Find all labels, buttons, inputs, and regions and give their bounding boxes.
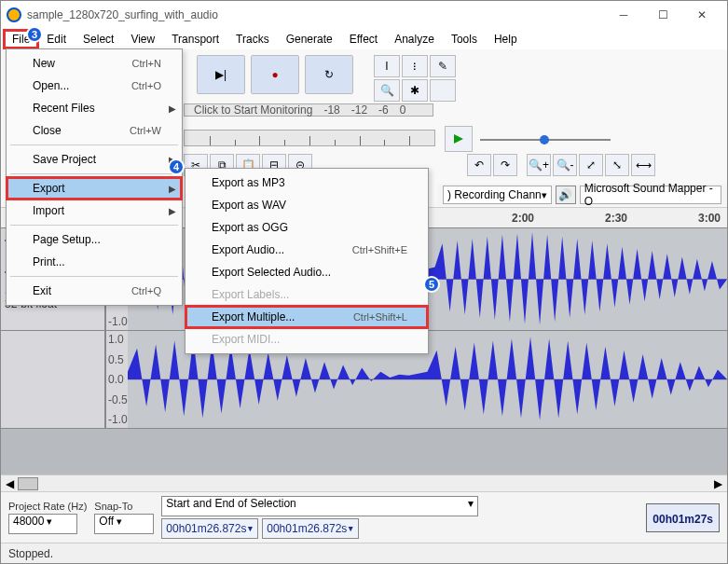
export-menu-item[interactable]: Export as MP3	[185, 172, 428, 194]
selection-end-time[interactable]: 00h01m26.872s▾	[262, 518, 359, 539]
play-button[interactable]	[445, 126, 473, 152]
menu-help[interactable]: Help	[487, 31, 525, 48]
export-menu-item: Export MIDI...	[185, 328, 428, 351]
zoom-in-icon[interactable]: 🔍+	[527, 154, 551, 176]
zoom-out-icon[interactable]: 🔍-	[553, 154, 577, 176]
file-menu-item[interactable]: Save Project▶	[7, 148, 182, 171]
export-menu-item[interactable]: Export as OGG	[185, 216, 428, 239]
export-submenu: Export as MP3Export as WAVExport as OGGE…	[185, 168, 429, 354]
selection-tool-icon[interactable]: I	[374, 55, 400, 77]
export-menu-item[interactable]: Export as WAV	[185, 194, 428, 216]
maximize-button[interactable]: ☐	[643, 2, 682, 28]
zoom-fit-proj-icon[interactable]: ⤡	[605, 154, 629, 176]
file-menu-item[interactable]: Import▶	[7, 199, 182, 222]
export-menu-item[interactable]: Export Selected Audio...	[185, 261, 428, 283]
status-text: Stopped.	[8, 547, 53, 560]
file-menu-item[interactable]: ExitCtrl+Q	[7, 280, 182, 302]
draw-tool-icon[interactable]: ✎	[430, 55, 456, 77]
amplitude-scale: 1.00.50.0-0.5-1.0	[105, 331, 128, 428]
annotation-badge-4: 4	[168, 158, 185, 175]
snap-to-label: Snap-To	[94, 501, 154, 512]
file-menu-item[interactable]: CloseCtrl+W	[7, 119, 182, 142]
snap-to-select[interactable]: Off ▾	[94, 514, 154, 534]
app-icon	[7, 7, 21, 22]
record-button[interactable]: ●	[251, 55, 299, 94]
close-button[interactable]: ✕	[682, 2, 721, 28]
menu-bar: File Edit Select View Transport Tracks G…	[1, 29, 727, 49]
menu-tools[interactable]: Tools	[444, 31, 485, 48]
playback-speed-slider[interactable]	[480, 131, 611, 148]
playback-meter[interactable]	[184, 130, 435, 146]
speaker-icon: 🔊	[556, 186, 576, 204]
file-menu-item[interactable]: NewCtrl+N	[7, 52, 182, 75]
annotation-badge-3: 3	[26, 26, 43, 43]
envelope-tool-icon[interactable]: ⫶	[402, 55, 428, 77]
menu-generate[interactable]: Generate	[279, 31, 340, 48]
horizontal-scrollbar[interactable]: ◀ ▶	[1, 475, 727, 491]
timeshift-tool-icon[interactable]: ✱	[402, 79, 428, 102]
svg-marker-0	[454, 134, 463, 144]
zoom-fit-sel-icon[interactable]: ⤢	[579, 154, 603, 176]
track-panel-lower	[1, 331, 105, 428]
multi-tool-icon[interactable]	[430, 79, 456, 102]
skip-end-button[interactable]: ▶|	[197, 55, 245, 94]
selection-toolbar: Project Rate (Hz) 48000 ▾ Snap-To Off ▾ …	[1, 491, 727, 543]
zoom-tool-icon[interactable]: 🔍	[374, 79, 400, 102]
zoom-toggle-icon[interactable]: ⟷	[631, 154, 655, 176]
minimize-button[interactable]: ─	[604, 2, 643, 28]
project-rate-select[interactable]: 48000 ▾	[8, 514, 77, 534]
annotation-badge-5: 5	[423, 276, 440, 293]
project-rate-label: Project Rate (Hz)	[8, 501, 87, 512]
status-bar: Stopped.	[1, 543, 727, 563]
export-menu-item[interactable]: Export Audio...Ctrl+Shift+E	[185, 239, 428, 261]
audio-position-display[interactable]: 00h01m27s	[646, 503, 720, 532]
menu-tracks[interactable]: Tracks	[228, 31, 277, 48]
selection-start-time[interactable]: 00h01m26.872s▾	[161, 518, 258, 539]
file-menu-item[interactable]: Page Setup...	[7, 228, 182, 251]
file-menu-item[interactable]: Export▶	[7, 177, 182, 199]
file-menu-item[interactable]: Print...	[7, 251, 182, 273]
menu-transport[interactable]: Transport	[164, 31, 227, 48]
recording-channel-select[interactable]: ) Recording Chann ▾	[443, 186, 552, 204]
menu-analyze[interactable]: Analyze	[387, 31, 442, 48]
window-title: sample_1280x720_surfing_with_audio	[27, 8, 604, 21]
title-bar: sample_1280x720_surfing_with_audio ─ ☐ ✕	[1, 1, 727, 29]
file-menu-item[interactable]: Open...Ctrl+O	[7, 75, 182, 97]
file-dropdown-menu: NewCtrl+NOpen...Ctrl+ORecent Files▶Close…	[6, 48, 183, 306]
selection-mode-select[interactable]: Start and End of Selection ▾	[161, 496, 478, 516]
undo-icon[interactable]: ↶	[467, 154, 491, 176]
menu-edit[interactable]: Edit	[39, 31, 74, 48]
playback-device-select[interactable]: Microsoft Sound Mapper - O	[580, 186, 721, 204]
meter-click-label: Click to Start Monitoring	[194, 103, 312, 117]
menu-effect[interactable]: Effect	[342, 31, 385, 48]
export-menu-item[interactable]: Export Multiple...Ctrl+Shift+L	[185, 306, 428, 328]
file-menu-item[interactable]: Recent Files▶	[7, 97, 182, 119]
scrollbar-thumb[interactable]	[18, 477, 38, 490]
loop-button[interactable]: ↻	[305, 55, 353, 94]
redo-icon[interactable]: ↷	[493, 154, 517, 176]
export-menu-item: Export Labels...	[185, 283, 428, 306]
menu-select[interactable]: Select	[76, 31, 121, 48]
menu-view[interactable]: View	[123, 31, 162, 48]
recording-meter[interactable]: Click to Start Monitoring -18 -12 -6 0	[184, 103, 433, 117]
